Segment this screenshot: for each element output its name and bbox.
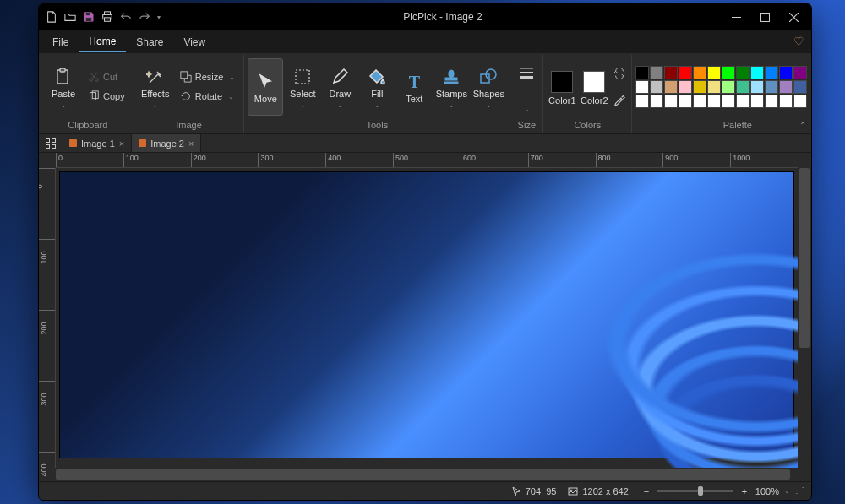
svg-rect-16 — [296, 70, 309, 84]
paste-icon — [54, 68, 73, 86]
size-selector[interactable]: ⌄ — [514, 58, 539, 116]
palette-color[interactable] — [793, 80, 807, 94]
palette-color[interactable] — [693, 80, 706, 94]
palette-color[interactable] — [765, 95, 778, 108]
scrollbar-horizontal[interactable] — [56, 468, 798, 481]
save-button[interactable] — [79, 8, 98, 26]
palette-color[interactable] — [679, 66, 692, 79]
palette-color[interactable] — [635, 80, 649, 94]
zoom-in-button[interactable]: + — [739, 486, 750, 496]
palette-color[interactable] — [650, 95, 663, 108]
color1-button[interactable]: Color1 — [547, 58, 577, 116]
rotate-button[interactable]: Rotate⌄ — [175, 87, 241, 106]
zoom-slider[interactable] — [657, 490, 733, 492]
maximize-button[interactable] — [750, 4, 779, 30]
effects-icon — [146, 68, 165, 86]
copy-button[interactable]: Copy — [83, 87, 130, 106]
effects-button[interactable]: Effects ⌄ — [138, 58, 173, 116]
text-tool[interactable]: TText — [396, 58, 432, 116]
palette-color[interactable] — [736, 66, 750, 79]
palette-color[interactable] — [722, 80, 735, 94]
shapes-tool[interactable]: Shapes⌄ — [471, 58, 506, 116]
svg-rect-6 — [760, 13, 769, 21]
palette-color[interactable] — [664, 66, 678, 79]
svg-rect-19 — [444, 82, 458, 84]
palette-color[interactable] — [722, 66, 735, 79]
palette-color[interactable] — [750, 95, 764, 108]
zoom-out-button[interactable]: − — [641, 486, 652, 496]
group-colors: Color1 Color2 Colors — [543, 55, 632, 133]
color2-button[interactable]: Color2 — [579, 58, 609, 116]
svg-rect-30 — [46, 144, 50, 148]
palette-color[interactable] — [707, 80, 721, 94]
palette-color[interactable] — [793, 66, 807, 79]
open-file-button[interactable] — [61, 8, 79, 26]
palette-color[interactable] — [707, 66, 721, 79]
palette-color[interactable] — [736, 95, 750, 108]
image-canvas[interactable] — [59, 171, 794, 458]
tab-share[interactable]: Share — [126, 32, 173, 51]
tab-home[interactable]: Home — [79, 31, 126, 52]
more-colors-button[interactable]: More⌄ — [809, 58, 812, 116]
svg-rect-15 — [181, 72, 188, 79]
fill-tool[interactable]: Fill⌄ — [359, 58, 395, 116]
doctab-image1[interactable]: Image 1× — [63, 134, 132, 152]
palette-color[interactable] — [650, 80, 663, 94]
swap-colors-button[interactable] — [611, 64, 628, 83]
tab-view[interactable]: View — [173, 32, 215, 51]
palette-color[interactable] — [793, 95, 807, 108]
palette-color[interactable] — [693, 95, 706, 108]
palette-color[interactable] — [693, 66, 706, 79]
minimize-button[interactable] — [722, 4, 750, 30]
favorite-icon[interactable]: ♡ — [793, 35, 804, 48]
palette-color[interactable] — [779, 80, 793, 94]
group-clipboard: Paste ⌄ Cut Copy Clipboard — [42, 55, 134, 133]
color-palette — [635, 66, 807, 108]
close-tab-icon[interactable]: × — [119, 138, 124, 149]
palette-color[interactable] — [779, 95, 793, 108]
palette-color[interactable] — [679, 95, 692, 108]
move-tool[interactable]: Move — [248, 58, 283, 116]
palette-color[interactable] — [664, 80, 678, 94]
cut-button[interactable]: Cut — [83, 68, 130, 86]
ruler-horizontal[interactable] — [56, 153, 798, 168]
palette-color[interactable] — [635, 95, 649, 108]
print-button[interactable] — [98, 8, 117, 26]
palette-color[interactable] — [750, 66, 764, 79]
palette-color[interactable] — [664, 95, 678, 108]
doctab-image2[interactable]: Image 2× — [132, 134, 201, 152]
palette-color[interactable] — [736, 80, 750, 94]
close-button[interactable] — [779, 4, 808, 30]
document-tabs: Image 1× Image 2× — [39, 134, 811, 153]
redo-button[interactable] — [135, 8, 154, 26]
window-title: PicPick - Image 2 — [166, 11, 720, 23]
shapes-icon — [479, 68, 498, 86]
paste-button[interactable]: Paste ⌄ — [46, 58, 81, 116]
scrollbar-vertical[interactable] — [798, 168, 811, 468]
collapse-ribbon-button[interactable]: ⌃ — [799, 121, 806, 130]
zoom-dropdown[interactable]: ⌄ — [784, 487, 790, 495]
stamps-tool[interactable]: Stamps⌄ — [433, 58, 469, 116]
palette-color[interactable] — [679, 80, 692, 94]
resize-button[interactable]: Resize⌄ — [175, 68, 241, 86]
palette-color[interactable] — [722, 95, 735, 108]
close-tab-icon[interactable]: × — [188, 138, 194, 149]
palette-color[interactable] — [765, 66, 778, 79]
tab-file[interactable]: File — [42, 32, 79, 51]
new-file-button[interactable] — [42, 8, 61, 26]
undo-button[interactable] — [117, 8, 135, 26]
ruler-vertical[interactable]: 0100200300400 — [39, 168, 56, 468]
statusbar-resize-grip[interactable]: ⋰ — [795, 485, 804, 496]
palette-color[interactable] — [779, 66, 793, 79]
palette-color[interactable] — [765, 80, 778, 94]
palette-color[interactable] — [650, 66, 663, 79]
palette-color[interactable] — [750, 80, 764, 94]
select-tool[interactable]: Select⌄ — [285, 58, 320, 116]
titlebar: ▾ PicPick - Image 2 — [39, 4, 811, 30]
palette-color[interactable] — [635, 66, 649, 79]
palette-color[interactable] — [707, 95, 721, 108]
qat-dropdown[interactable]: ▾ — [154, 8, 164, 26]
eyedropper-button[interactable] — [611, 90, 628, 109]
tab-overview-button[interactable] — [39, 134, 63, 152]
draw-tool[interactable]: Draw⌄ — [322, 58, 357, 116]
